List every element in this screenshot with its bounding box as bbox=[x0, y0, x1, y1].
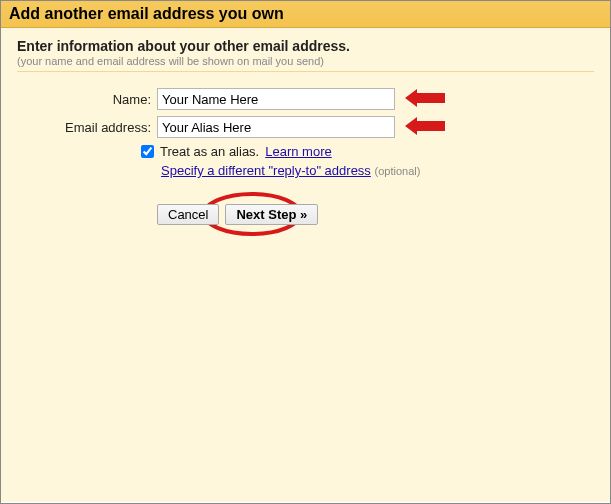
section-subtitle: Enter information about your other email… bbox=[17, 38, 594, 54]
dialog-title: Add another email address you own bbox=[9, 5, 602, 23]
name-label: Name: bbox=[57, 92, 157, 107]
divider bbox=[17, 71, 594, 72]
section-hint: (your name and email address will be sho… bbox=[17, 55, 594, 67]
form: Name: Email address: Treat as an alias. … bbox=[57, 88, 594, 225]
alias-label: Treat as an alias. bbox=[160, 144, 259, 159]
button-row: Cancel Next Step » bbox=[157, 204, 594, 225]
dialog-body: Enter information about your other email… bbox=[1, 28, 610, 502]
learn-more-link[interactable]: Learn more bbox=[265, 144, 331, 159]
alias-checkbox[interactable] bbox=[141, 145, 154, 158]
arrow-icon bbox=[405, 117, 445, 138]
cancel-button[interactable]: Cancel bbox=[157, 204, 219, 225]
email-row: Email address: bbox=[57, 116, 594, 138]
reply-to-row: Specify a different "reply-to" address (… bbox=[161, 163, 594, 178]
optional-label: (optional) bbox=[375, 165, 421, 177]
email-label: Email address: bbox=[57, 120, 157, 135]
reply-to-link[interactable]: Specify a different "reply-to" address bbox=[161, 163, 371, 178]
name-input[interactable] bbox=[157, 88, 395, 110]
email-input[interactable] bbox=[157, 116, 395, 138]
name-row: Name: bbox=[57, 88, 594, 110]
dialog-header: Add another email address you own bbox=[1, 1, 610, 28]
alias-row: Treat as an alias. Learn more bbox=[141, 144, 594, 159]
next-step-button[interactable]: Next Step » bbox=[225, 204, 318, 225]
arrow-icon bbox=[405, 89, 445, 110]
